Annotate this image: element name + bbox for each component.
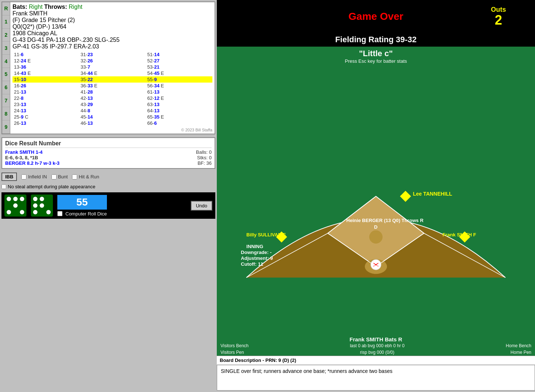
row-label-r: R [2, 2, 10, 15]
svg-text:Frank SMITH F: Frank SMITH F [442, 232, 476, 237]
pitcher-stats2: GP-41 GS-35 IP-297.7 ERA-2.03 [12, 43, 212, 50]
row-label-1: 1 [2, 15, 10, 29]
field-area: "Little c" Press Esc key for batter stat… [217, 47, 535, 356]
batter-last: last 0 ab bvg 000 ebh 0 hr 0 [350, 343, 405, 348]
row-label-6: 6 [2, 81, 10, 94]
action-buttons-row: IBB Infield IN Bunt Hit & Run [1, 173, 215, 181]
fielding-header: Fielding Rating 39-32 [217, 33, 535, 47]
infield-in-label[interactable]: Infield IN [21, 174, 47, 179]
dice-result-title: Dice Result Number [5, 140, 212, 148]
field-subtitle: Press Esc key for batter stats [217, 58, 535, 64]
field-title: "Little c" [217, 47, 535, 58]
row-label-8: 8 [2, 107, 10, 120]
outs-number: 2 [468, 14, 529, 27]
row-label-2: 2 [2, 29, 10, 42]
batter-stats-row: Visitors Bench last 0 ab bvg 000 ebh 0 h… [217, 342, 535, 356]
pitcher-subtitle: (F) Grade 15 Pitcher (2) [12, 17, 212, 23]
pip [33, 197, 37, 201]
pip [13, 197, 18, 201]
pip [40, 197, 44, 201]
no-steal-label: No steal attempt during plate appearance [8, 184, 96, 189]
dice-player-name: Frank SMITH 1-4 [5, 149, 196, 155]
svg-text:Adjustment: 9: Adjustment: 9 [241, 255, 273, 261]
board-desc-text: SINGLE over first; runners advance one b… [217, 365, 535, 391]
home-bench: Home Bench [506, 343, 531, 348]
row-label-9: 9 [2, 120, 10, 134]
ibb-button[interactable]: IBB [1, 173, 17, 181]
undo-button[interactable]: Undo [191, 201, 212, 211]
die-1 [4, 195, 26, 217]
outs-box: Outs 2 [468, 6, 529, 27]
row-label-7: 7 [2, 94, 10, 108]
dice-number: 55 [57, 195, 107, 210]
dice-result-panel: Dice Result Number Frank SMITH 1-4 E-6, … [1, 137, 215, 169]
svg-text:Lee TANNEHILL: Lee TANNEHILL [413, 191, 452, 197]
batter-risp: risp bvg 000 (0/0) [360, 350, 394, 355]
dice-pitcher-stat: BERGER 8.2 h-7 w-3 k-3 [5, 160, 196, 166]
pip [40, 203, 44, 208]
svg-text:INNING: INNING [247, 244, 263, 249]
left-panel: R 1 2 3 4 5 6 7 8 9 Bats: Right Throws: … [0, 0, 217, 392]
field-wrapper: "Little c" Press Esc key for batter stat… [217, 47, 535, 356]
infield-in-checkbox[interactable] [21, 174, 26, 179]
dice-right: Balls: 0 Stks: 0 BF: 36 [196, 149, 212, 166]
no-steal-row: No steal attempt during plate appearance [1, 184, 215, 189]
copyright: © 2023 Bill Staffa [12, 128, 212, 132]
diamond-svg: Lee TANNEHILL Heinie BERGER (13 Q0) Thro… [217, 69, 535, 331]
computer-roll-checkbox[interactable] [57, 211, 62, 216]
pitcher-q-line: Q0(Q2*) (DP-) 13/64 [12, 23, 212, 30]
stks-display: Stks: 0 [196, 155, 212, 160]
row-label-5: 5 [2, 68, 10, 81]
svg-text:Billy SULLIVAN F: Billy SULLIVAN F [247, 232, 286, 237]
visitors-bench: Visitors Bench [220, 343, 248, 348]
pip [33, 210, 37, 214]
pitcher-card: R 1 2 3 4 5 6 7 8 9 Bats: Right Throws: … [1, 1, 215, 134]
pip [13, 203, 18, 208]
row-label-4: 4 [2, 55, 10, 68]
throws-label: Throws: Right [44, 4, 82, 10]
pip [7, 210, 11, 214]
batter-name: Frank SMITH Bats R [217, 336, 535, 342]
computer-roll-label: Computer Roll Dice [65, 211, 107, 217]
svg-text:Heinie BERGER (13 Q0) Throws R: Heinie BERGER (13 Q0) Throws R [346, 218, 424, 223]
dice-left: Frank SMITH 1-4 E-6, 6-3, 8, *1B BERGER … [5, 149, 196, 166]
bats-label: Bats: Right [12, 4, 44, 10]
dice-result-line: E-6, 6-3, 8, *1B [5, 155, 196, 160]
pip [20, 197, 24, 201]
no-steal-checkbox[interactable] [1, 184, 6, 189]
visitors-pen: Visitors Pen [220, 350, 244, 355]
pip [20, 210, 24, 214]
svg-point-1 [369, 230, 383, 243]
row-labels: R 1 2 3 4 5 6 7 8 9 [2, 2, 10, 134]
balls-display: Balls: 0 [196, 149, 212, 155]
pitcher-team: 1908 Chicago AL [12, 30, 212, 37]
row-label-3: 3 [2, 41, 10, 55]
game-status: Game Over [284, 11, 468, 22]
bunt-label[interactable]: Bunt [51, 174, 68, 179]
svg-text:D: D [374, 224, 377, 230]
pip [7, 197, 11, 201]
board-desc-header: Board Description - PRN: 9 (D) (2) [217, 356, 535, 365]
bf-display: BF: 36 [196, 160, 212, 166]
dice-info-row: Frank SMITH 1-4 E-6, 6-3, 8, *1B BERGER … [5, 149, 212, 166]
computer-roll-row: Computer Roll Dice [57, 211, 107, 217]
dice-area: 55 Computer Roll Dice Undo [1, 192, 215, 219]
pitcher-header: Bats: Right Throws: Right [12, 4, 212, 10]
svg-text:Cutoff: 11: Cutoff: 11 [241, 261, 263, 267]
batter-name-overlay: Frank SMITH Bats R [217, 336, 535, 342]
pitcher-stats1: G-43 DG-41 PA-118 OBP-.230 SLG-.255 [12, 37, 212, 43]
home-pen: Home Pen [510, 350, 531, 355]
svg-marker-6 [400, 191, 411, 202]
pitcher-name: Frank SMITH [12, 10, 212, 17]
svg-text:Downgrade: -: Downgrade: - [241, 250, 272, 255]
hit-run-checkbox[interactable] [72, 174, 77, 179]
pitcher-info: Bats: Right Throws: Right Frank SMITH (F… [10, 2, 215, 134]
pip [33, 203, 37, 208]
die-2 [31, 195, 53, 217]
game-header: Game Over Outs 2 [217, 0, 535, 33]
pip [46, 210, 51, 214]
bunt-checkbox[interactable] [51, 174, 57, 179]
right-panel: Game Over Outs 2 Fielding Rating 39-32 "… [217, 0, 535, 392]
hit-run-label[interactable]: Hit & Run [72, 174, 99, 179]
pitch-table: 11-631-2351-1412-24 E32-2652-2713-3633-7… [12, 51, 212, 126]
